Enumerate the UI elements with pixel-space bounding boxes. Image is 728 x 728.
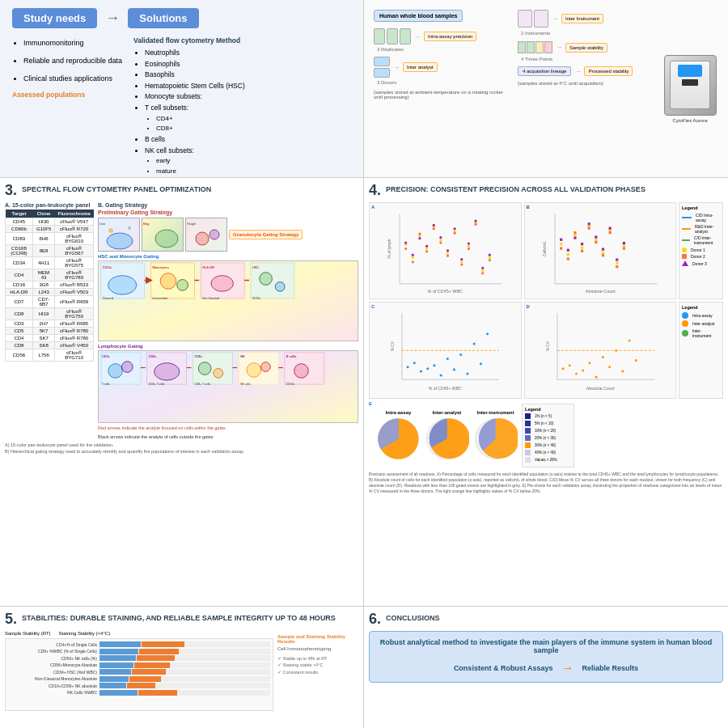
svg-text:T cells: T cells	[102, 383, 110, 386]
study-needs-panel: Study needs → Solutions Immunomonitoring…	[0, 0, 364, 177]
lymphocyte-gating-area: CD3+ T cells CD4+ CD4+ T cells CD8+ CD8+…	[98, 350, 358, 423]
cd-legend-dot-1	[682, 312, 688, 319]
svg-point-78	[447, 255, 449, 257]
svg-point-82	[454, 227, 456, 230]
svg-point-69	[425, 250, 428, 252]
svg-point-95	[489, 256, 491, 259]
stability-note: ✓ Stable up to 48h at RT ✓ Staining stab…	[277, 655, 358, 675]
cd-legend-3: Inter-Instrument	[682, 328, 720, 338]
chart-C-svg: % of CD45+ WBC % CV	[371, 309, 519, 392]
svg-point-159	[595, 376, 597, 379]
svg-point-24	[275, 281, 285, 291]
gating-footnote-1: Red arrows indicate the analyte focused …	[98, 425, 358, 432]
flow-row-2: → Inter analyst	[374, 57, 513, 78]
svg-point-75	[439, 241, 442, 243]
svg-point-147	[480, 362, 482, 365]
legend-label-4: Donor 1	[691, 248, 705, 252]
pie-legend-color-3	[525, 428, 531, 434]
svg-text:CD19+: CD19+	[286, 383, 295, 386]
instruments-row: → Inter Instrument	[518, 10, 657, 28]
svg-text:HSC: HSC	[252, 265, 259, 269]
svg-point-10	[108, 276, 137, 295]
gate-plot-2: Neg	[142, 218, 184, 252]
replicate-label: 3 Replicates	[377, 47, 513, 52]
pie-legend-1: 1% (n < 5)	[525, 413, 571, 419]
legend-color-2	[682, 228, 691, 230]
cytoflex-panel: CytoFlex Aurora	[662, 10, 718, 167]
validated-title: Validated flow cytometry Method	[133, 36, 351, 44]
sample-stability-label: Sample stability	[565, 43, 607, 53]
pie-legend-2: 5% (n < 10)	[525, 421, 571, 426]
svg-point-85	[460, 258, 463, 260]
svg-point-97	[489, 254, 491, 256]
svg-rect-131	[622, 242, 624, 244]
panel-table-area: A. 15-color pan-leukocyte panel Target C…	[5, 202, 94, 440]
pie-inter-instrument: Inter-instrument	[473, 410, 518, 461]
svg-point-45	[247, 363, 261, 378]
staining-label: Staining Stability (<4°C)	[59, 631, 111, 636]
section-6-header: 6. CONCLUSIONS	[369, 612, 723, 626]
svg-point-87	[468, 248, 470, 250]
svg-rect-111	[580, 246, 582, 248]
svg-point-145	[466, 372, 468, 375]
svg-point-66	[418, 233, 421, 235]
svg-point-164	[628, 339, 630, 341]
svg-rect-108	[574, 234, 576, 236]
list-item: Hematopoietic Stem Cells (HSC)	[145, 81, 351, 92]
legend-title: Legend	[682, 205, 720, 210]
svg-rect-110	[574, 236, 576, 239]
svg-point-136	[407, 366, 409, 368]
list-item: Reliable and reproducible data	[23, 54, 125, 67]
cd-legend-2: Inter-analyst	[682, 320, 720, 327]
svg-point-2	[128, 226, 131, 230]
pie-inter-analyst-svg	[425, 417, 469, 461]
col-header-fluor: Fluorochrome	[55, 210, 94, 218]
stability-chart: CD4+% of Single CellsCD8+ %WBC (% of Sin…	[5, 638, 273, 711]
cold-storage-label: (samples stored at 4°C until acquisition…	[518, 81, 657, 86]
pie-legend-4: 20% (n < 30)	[525, 435, 571, 441]
pie-legend-color-5	[525, 442, 531, 448]
svg-text:Single: Single	[187, 222, 197, 226]
pie-legend-7: Values > 20%	[525, 457, 571, 463]
svg-rect-115	[587, 227, 590, 230]
inter-analyst-label: Inter analyst	[403, 62, 438, 72]
sample-storage-label: (samples stored at ambient temperature o…	[374, 90, 513, 99]
pie-legend-3: 10% (n < 20)	[525, 428, 571, 434]
pie-legend-5: 30% (n < 40)	[525, 442, 571, 448]
stability-results: Sample and Staining Stability Results Ce…	[277, 631, 358, 711]
col-header-clone: Clone	[32, 210, 54, 218]
table-row: HLA-DRL243cFluo® V503	[6, 289, 94, 296]
timepoint-icon	[527, 41, 535, 53]
pie-intra: Intra-assay	[376, 410, 421, 461]
section-3-header: 3. SPECTRAL FLOW CYTOMETRY PANEL OPTIMIZ…	[5, 183, 358, 197]
legend-item-5: Donor 2	[682, 254, 720, 259]
svg-rect-124	[608, 231, 611, 234]
arrow-icon: →	[556, 44, 562, 51]
pie-legend-color-4	[525, 435, 531, 441]
svg-point-19	[211, 276, 233, 292]
svg-rect-118	[595, 241, 597, 243]
svg-point-157	[582, 369, 584, 371]
timepoints-row: → Sample stability	[518, 41, 657, 53]
pie-legend-label-4: 20% (n < 30)	[535, 436, 556, 440]
bar-row: Non-Classical Monocytes Absolute	[8, 676, 270, 682]
svg-point-6	[196, 232, 209, 245]
donors-label: 3 Donors	[377, 80, 513, 85]
rt-label: Sample Stability (RT)	[5, 631, 51, 636]
list-item: Neutrophils	[145, 48, 351, 59]
svg-text:% of CD45+ WBC: % of CD45+ WBC	[429, 386, 462, 391]
cd-legend-title: Legend	[682, 305, 720, 310]
cytoflex-device-icon	[664, 55, 717, 116]
top-header: Study needs → Solutions	[12, 8, 351, 28]
svg-rect-102	[560, 243, 562, 245]
svg-rect-103	[560, 247, 562, 249]
study-needs-list: Immunomonitoring Reliable and reproducib…	[12, 36, 125, 198]
svg-point-76	[439, 236, 442, 239]
svg-point-61	[404, 241, 407, 243]
list-item: B cells	[145, 134, 351, 146]
timepoints-label: 4 Times Points	[521, 57, 657, 61]
section-5-content: Sample Stability (RT) Staining Stability…	[5, 631, 358, 711]
pie-inter-analyst: Inter-analyst	[425, 410, 469, 461]
section-4-number: 4.	[369, 183, 381, 197]
table-row: CD55K7cFluo® R780	[6, 328, 94, 335]
